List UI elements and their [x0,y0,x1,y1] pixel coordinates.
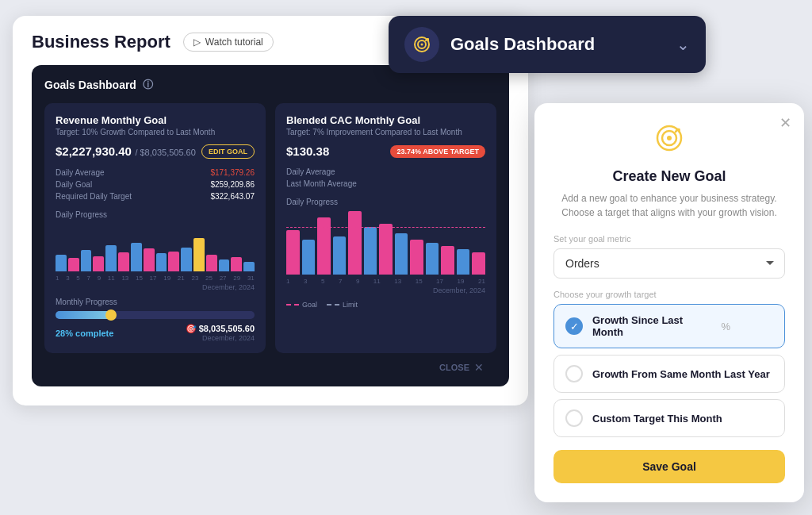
blended-last-month-row: Last Month Average [286,178,485,190]
daily-average-row: Daily Average $171,379.26 [56,167,255,179]
modal-title: Create New Goal [553,168,785,185]
progress-percent: 28% complete [56,329,113,338]
monthly-progress-label: Monthly Progress [56,298,255,306]
play-icon: ▷ [193,37,201,48]
daily-goal-value: $259,209.86 [210,180,255,189]
revenue-target: / $8,035,505.60 [135,148,195,157]
modal-description: Add a new goal to enhance your business … [553,191,785,220]
goals-grid: Revenue Monthly Goal Target: 10% Growth … [44,103,496,353]
legend-goal-label: Goal [302,301,317,309]
revenue-goal-card: Revenue Monthly Goal Target: 10% Growth … [44,103,266,353]
progress-month: December, 2024 [186,334,255,342]
blended-subtitle: Target: 7% Improvement Compared to Last … [286,128,485,136]
goals-dashboard-header[interactable]: Goals Dashboard ⌄ [389,16,706,73]
revenue-chart-month: December, 2024 [56,283,255,291]
required-daily-value: $322,643.07 [210,192,255,201]
watch-tutorial-button[interactable]: ▷ Watch tutorial [183,33,274,52]
close-bar: CLOSE ✕ [44,353,496,374]
option-label-same-month-last-year: Growth From Same Month Last Year [592,368,773,380]
blended-chart-month: December, 2024 [286,286,485,294]
blended-title: Blended CAC Monthly Goal [286,114,485,126]
modal-goal-icon [553,122,785,160]
info-icon: ⓘ [143,78,153,92]
daily-progress-label: Daily Progress [56,210,255,219]
growth-option-custom-target[interactable]: Custom Target This Month [553,399,785,437]
revenue-bar-chart [56,224,255,271]
revenue-title: Revenue Monthly Goal [56,114,255,126]
metric-select[interactable]: Orders [553,248,785,279]
progress-footer: 28% complete 🎯 $8,035,505.60 December, 2… [56,324,255,342]
create-goal-modal: ✕ Create New Goal Add a new goal to enha… [534,103,804,502]
blended-chart-container [286,211,485,275]
daily-average-value: $171,379.26 [210,168,255,177]
radio-same-month-last-year [565,365,583,382]
blended-last-month-label: Last Month Average [286,179,357,188]
growth-option-since-last-month[interactable]: ✓ Growth Since Last Month % [553,304,785,348]
percent-input-wrap: % [721,320,773,332]
growth-options: ✓ Growth Since Last Month % Growth From … [553,304,785,437]
progress-total: 🎯 $8,035,505.60 December, 2024 [186,324,255,342]
radio-custom-target [565,409,583,427]
close-icon[interactable]: ✕ [474,361,484,374]
above-target-badge: 23.74% ABOVE TARGET [390,145,485,158]
required-daily-label: Required Daily Target [56,192,132,201]
percent-symbol: % [721,321,730,332]
goals-header-icon [404,27,439,62]
daily-goal-label: Daily Goal [56,180,92,189]
daily-goal-row: Daily Goal $259,209.86 [56,179,255,190]
chart-dates-blended: 13579111315171921 [286,278,485,285]
svg-point-5 [667,136,672,140]
blended-cac-card: Blended CAC Monthly Goal Target: 7% Impr… [275,103,496,353]
required-daily-row: Required Daily Target $322,643.07 [56,190,255,202]
blended-amount: $130.38 [286,144,329,158]
business-report-card: Business Report ▷ Watch tutorial Goals D… [13,16,528,405]
revenue-amount: $2,227,930.40 [56,144,132,158]
blended-bar-chart [286,211,485,275]
blended-daily-progress-label: Daily Progress [286,198,485,206]
dashboard-inner-header: Goals Dashboard ⓘ [44,78,496,92]
close-text: CLOSE [439,363,469,372]
modal-close-button[interactable]: ✕ [779,114,791,132]
option-label-since-last-month: Growth Since Last Month [592,314,711,338]
chevron-down-icon: ⌄ [676,35,690,54]
save-goal-button[interactable]: Save Goal [553,450,785,483]
legend-limit-label: Limit [343,301,358,309]
percent-input[interactable] [733,320,773,332]
blended-daily-avg-row: Daily Average [286,166,485,178]
radio-since-last-month: ✓ [565,317,583,335]
blended-amount-row: $130.38 23.74% ABOVE TARGET [286,144,485,158]
edit-goal-button[interactable]: EDIT GOAL [201,144,255,159]
revenue-amount-row: $2,227,930.40 / $8,035,505.60 EDIT GOAL [56,144,255,159]
svg-point-2 [421,44,423,46]
goals-header-title: Goals Dashboard [450,34,665,55]
revenue-stats-table: Daily Average $171,379.26 Daily Goal $25… [56,167,255,202]
dashboard-section-title: Goals Dashboard [44,79,136,91]
legend-limit: Limit [327,301,358,309]
progress-total-value: 🎯 $8,035,505.60 [186,324,255,333]
daily-average-label: Daily Average [56,168,105,177]
metric-label: Set your goal metric [553,234,785,244]
growth-label: Choose your growth target [553,290,785,299]
option-label-custom-target: Custom Target This Month [592,413,773,425]
report-title: Business Report [32,32,170,52]
chart-dates-revenue: 135791113151719212325272931 [56,275,255,282]
watch-tutorial-label: Watch tutorial [205,37,263,48]
dashboard-inner: Goals Dashboard ⓘ Revenue Monthly Goal T… [32,65,509,386]
blended-stats-table: Daily Average Last Month Average [286,166,485,190]
blended-daily-avg-label: Daily Average [286,167,335,176]
revenue-subtitle: Target: 10% Growth Compared to Last Mont… [56,128,255,136]
growth-option-same-month-last-year[interactable]: Growth From Same Month Last Year [553,355,785,393]
monthly-progress-bar [56,311,255,319]
legend-goal: Goal [286,301,317,309]
chart-legend: Goal Limit [286,301,485,309]
